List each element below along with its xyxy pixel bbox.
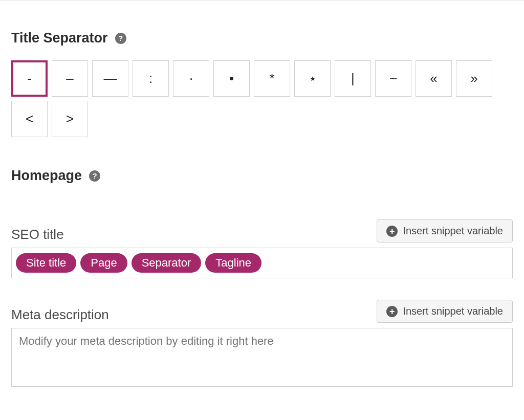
insert-button-label: Insert snippet variable <box>403 225 503 237</box>
separator-option[interactable]: : <box>133 60 169 97</box>
plus-circle-icon: + <box>386 306 398 317</box>
snippet-variable-pill[interactable]: Separator <box>132 253 202 273</box>
separator-option[interactable]: > <box>52 101 88 137</box>
separator-option[interactable]: « <box>416 60 452 97</box>
separator-option[interactable]: » <box>456 60 492 97</box>
meta-description-input[interactable] <box>11 328 513 387</box>
separator-option[interactable]: • <box>213 60 250 97</box>
separator-option[interactable]: - <box>11 60 48 97</box>
insert-snippet-variable-button[interactable]: + Insert snippet variable <box>377 300 513 323</box>
separator-option[interactable]: | <box>335 60 371 97</box>
title-separator-heading: Title Separator <box>11 30 108 46</box>
help-icon[interactable]: ? <box>89 170 100 182</box>
insert-button-label: Insert snippet variable <box>403 305 503 317</box>
snippet-variable-pill[interactable]: Page <box>80 253 127 273</box>
homepage-heading: Homepage <box>11 168 82 184</box>
title-separator-heading-row: Title Separator ? <box>11 30 513 46</box>
seo-title-field: SEO title + Insert snippet variable Site… <box>11 219 513 278</box>
separator-option[interactable]: – <box>52 60 88 97</box>
seo-title-label: SEO title <box>11 227 64 242</box>
plus-circle-icon: + <box>386 226 398 237</box>
separator-option[interactable]: ~ <box>375 60 411 97</box>
separator-option[interactable]: · <box>173 60 209 97</box>
separator-option[interactable]: ⋆ <box>294 60 331 97</box>
separator-option[interactable]: < <box>11 101 48 137</box>
separator-option[interactable]: — <box>92 60 128 97</box>
insert-snippet-variable-button[interactable]: + Insert snippet variable <box>377 219 513 242</box>
snippet-variable-pill[interactable]: Site title <box>16 253 76 273</box>
homepage-heading-row: Homepage ? <box>11 168 513 184</box>
snippet-variable-pill[interactable]: Tagline <box>205 253 261 273</box>
separator-option[interactable]: * <box>254 60 290 97</box>
meta-description-field: Meta description + Insert snippet variab… <box>11 300 513 389</box>
help-icon[interactable]: ? <box>115 33 126 44</box>
meta-description-label: Meta description <box>11 307 109 323</box>
separator-grid: -–—:·•*⋆|~«»<> <box>11 60 513 137</box>
seo-title-input[interactable]: Site titlePageSeparatorTagline <box>11 248 513 278</box>
